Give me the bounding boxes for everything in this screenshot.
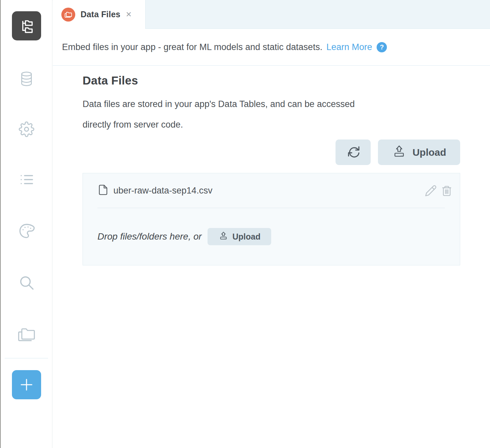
dropzone[interactable]: Drop files/folders here, or Upload (83, 208, 460, 265)
data-files-tab-icon (61, 8, 75, 22)
upload-button-label: Upload (412, 147, 446, 158)
sidebar-item-data-files[interactable] (16, 326, 37, 343)
panel-subheader: Embed files in your app - great for ML m… (53, 29, 490, 65)
file-icon (97, 184, 109, 197)
add-app-item-button[interactable] (12, 370, 41, 399)
refresh-icon (346, 145, 360, 160)
subheader-text: Embed files in your app - great for ML m… (62, 42, 322, 52)
file-name: uber-raw-data-sep14.csv (113, 186, 213, 196)
tab-close-icon[interactable]: ✕ (126, 10, 132, 19)
dropzone-upload-button[interactable]: Upload (208, 228, 271, 245)
data-files-panel: Data Files Data files are stored in your… (53, 65, 490, 448)
file-row[interactable]: uber-raw-data-sep14.csv (83, 173, 460, 208)
database-icon (18, 70, 35, 87)
dropzone-prompt: Drop files/folders here, or (97, 231, 202, 242)
dropzone-upload-label: Upload (232, 232, 261, 242)
rename-file-icon[interactable] (425, 185, 437, 197)
app-structure-icon (18, 17, 35, 35)
sidebar (1, 0, 52, 448)
panel-description: Data files are stored in your app's Data… (83, 94, 460, 135)
add-icon (19, 377, 34, 393)
list-icon (18, 172, 35, 188)
sidebar-item-list[interactable] (18, 172, 35, 188)
refresh-button[interactable] (336, 140, 371, 165)
delete-file-icon[interactable] (441, 185, 453, 196)
description-line-2: directly from server code. (83, 114, 460, 135)
sidebar-item-settings[interactable] (19, 121, 34, 137)
tab-strip: Data Files ✕ (53, 0, 490, 29)
main-area: Data Files ✕ Embed files in your app - g… (53, 0, 490, 448)
upload-button[interactable]: Upload (378, 140, 460, 165)
sidebar-divider (5, 358, 48, 359)
search-icon (18, 274, 35, 291)
dropzone-upload-icon (218, 231, 228, 243)
sidebar-item-search[interactable] (18, 274, 35, 291)
upload-icon (392, 144, 406, 161)
theme-palette-icon (18, 223, 35, 239)
file-tools (425, 185, 453, 197)
tab-data-files[interactable]: Data Files ✕ (53, 0, 145, 29)
tab-strip-filler (145, 0, 490, 29)
settings-gear-icon (19, 121, 34, 137)
data-files-folders-icon (16, 326, 37, 343)
sidebar-item-app-structure[interactable] (12, 11, 41, 40)
file-list-box: uber-raw-data-sep14.csv (83, 173, 460, 265)
actions-row: Upload (83, 140, 460, 165)
sidebar-item-database[interactable] (18, 70, 35, 87)
page-title: Data Files (83, 74, 460, 87)
help-icon[interactable]: ? (377, 42, 387, 52)
description-line-1: Data files are stored in your app's Data… (83, 94, 460, 114)
learn-more-link[interactable]: Learn More (326, 42, 372, 52)
sidebar-item-theme[interactable] (18, 223, 35, 239)
tab-title: Data Files (81, 10, 120, 19)
